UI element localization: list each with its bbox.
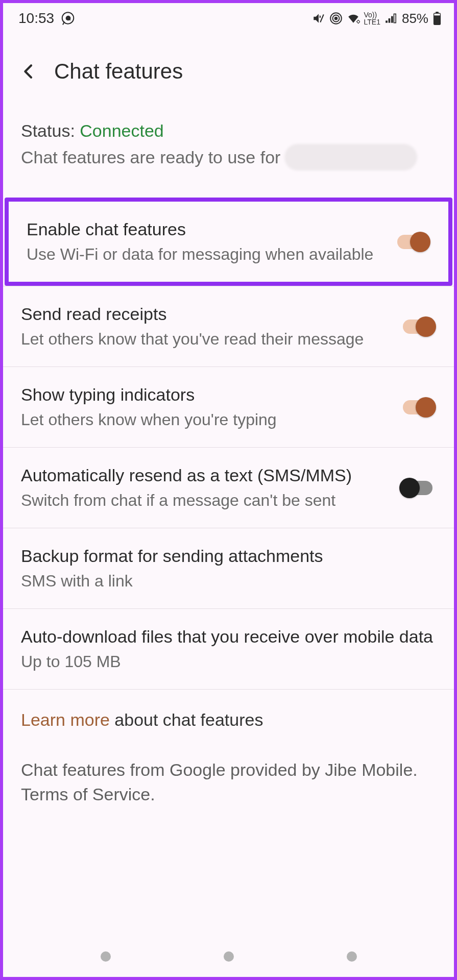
svg-rect-4 xyxy=(386,20,388,22)
setting-title: Show typing indicators xyxy=(21,383,389,407)
status-subtitle: Chat features are ready to use for xyxy=(21,148,280,167)
setting-item-read-receipts[interactable]: Send read receipts Let others know that … xyxy=(3,286,454,366)
back-icon[interactable] xyxy=(18,61,39,82)
provider-text: Chat features from Google provided by Ji… xyxy=(21,758,436,806)
network-type-label: Vo)) LTE1 xyxy=(364,11,380,26)
nav-recents-button[interactable] xyxy=(101,951,111,962)
navigation-bar xyxy=(3,941,454,967)
battery-icon xyxy=(430,12,444,25)
setting-item-auto-resend[interactable]: Automatically resend as a text (SMS/MMS)… xyxy=(3,447,454,528)
wifi-icon xyxy=(347,12,360,25)
setting-item-enable-chat-features[interactable]: Enable chat features Use Wi-Fi or data f… xyxy=(9,202,448,282)
toggle-typing-indicators[interactable] xyxy=(399,397,436,418)
learn-more-link[interactable]: Learn more xyxy=(21,710,110,729)
footer-section: Learn more about chat features Chat feat… xyxy=(3,689,454,827)
toggle-read-receipts[interactable] xyxy=(399,316,436,337)
page-title: Chat features xyxy=(54,59,183,84)
redacted-phone-number xyxy=(284,144,417,170)
signal-icon xyxy=(384,12,398,25)
setting-subtitle: Let others know that you've read their m… xyxy=(21,328,389,350)
status-section: Status: Connected Chat features are read… xyxy=(3,107,454,196)
setting-title: Automatically resend as a text (SMS/MMS) xyxy=(21,464,389,487)
setting-subtitle: Use Wi-Fi or data for messaging when ava… xyxy=(27,243,383,265)
setting-title: Send read receipts xyxy=(21,303,389,326)
setting-title: Backup format for sending attachments xyxy=(21,545,436,568)
svg-rect-10 xyxy=(434,14,440,16)
setting-item-typing-indicators[interactable]: Show typing indicators Let others know w… xyxy=(3,366,454,447)
setting-subtitle: SMS with a link xyxy=(21,570,436,592)
hotspot-icon xyxy=(329,12,343,25)
battery-percent: 85% xyxy=(402,11,428,27)
setting-subtitle: Let others know when you're typing xyxy=(21,409,389,431)
page-header: Chat features xyxy=(3,34,454,107)
setting-item-auto-download[interactable]: Auto-download files that you receive ove… xyxy=(3,608,454,689)
setting-subtitle: Switch from chat if a message can't be s… xyxy=(21,489,389,511)
setting-subtitle: Up to 105 MB xyxy=(21,651,436,673)
highlight-box: Enable chat features Use Wi-Fi or data f… xyxy=(5,198,452,286)
mute-icon xyxy=(312,12,325,25)
svg-rect-9 xyxy=(436,12,439,14)
setting-title: Auto-download files that you receive ove… xyxy=(21,625,436,649)
nav-back-button[interactable] xyxy=(347,951,357,962)
svg-rect-7 xyxy=(394,14,396,22)
svg-point-1 xyxy=(334,17,337,20)
toggle-enable-chat-features[interactable] xyxy=(394,232,430,252)
toggle-auto-resend[interactable] xyxy=(399,478,436,498)
status-value: Connected xyxy=(80,121,163,140)
status-label: Status: xyxy=(21,121,80,140)
setting-title: Enable chat features xyxy=(27,218,383,241)
svg-rect-6 xyxy=(391,16,393,23)
svg-rect-5 xyxy=(389,18,391,23)
whatsapp-notification-icon xyxy=(60,11,76,26)
status-time: 10:53 xyxy=(18,10,54,27)
status-bar: 10:53 Vo)) LTE1 85% xyxy=(3,3,454,34)
nav-home-button[interactable] xyxy=(224,951,234,962)
learn-more-rest: about chat features xyxy=(110,710,263,729)
setting-item-backup-format[interactable]: Backup format for sending attachments SM… xyxy=(3,528,454,608)
